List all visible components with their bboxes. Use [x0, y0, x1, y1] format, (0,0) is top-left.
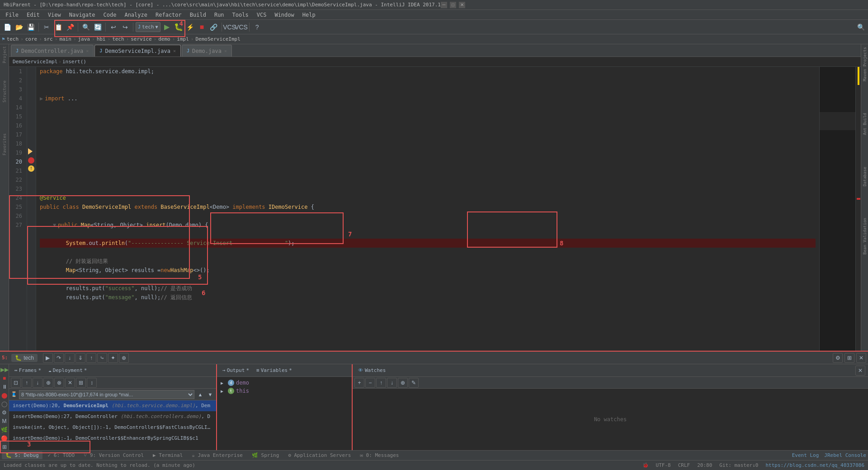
bottom-tab-todo[interactable]: ✓ 6: TODO — [44, 451, 79, 459]
replace-btn[interactable]: 🔄 — [92, 22, 103, 33]
status-blog[interactable]: https://blog.csdn.net/qq_40337086 — [765, 462, 864, 468]
bottom-tab-debug[interactable]: 🐛 5: Debug — [2, 451, 42, 459]
ant-label[interactable]: Ant Build — [863, 113, 867, 135]
watches-up-btn[interactable]: ↑ — [376, 378, 386, 388]
frame-item-1[interactable]: insertDemo(Demo):27, DemoController (hbi… — [9, 411, 216, 422]
var-this[interactable]: ▶ t this — [219, 387, 350, 395]
event-log-link[interactable]: Event Log — [792, 452, 819, 458]
find-btn[interactable]: 🔍 — [80, 22, 91, 33]
frames-tb6[interactable]: ✕ — [65, 378, 75, 388]
tab-demoServiceImpl-close[interactable]: ✕ — [173, 48, 176, 53]
jrebel-link[interactable]: JRebel Console — [824, 452, 866, 458]
variables-tab[interactable]: ≡ Variables * — [254, 367, 295, 374]
bottom-tab-vcs[interactable]: ⑂ 9: Version Control — [80, 451, 147, 459]
minimize-button[interactable]: ─ — [441, 2, 447, 8]
open-btn[interactable]: 📂 — [14, 22, 24, 33]
stop-btn[interactable]: ■ — [197, 22, 208, 33]
extra3-btn[interactable]: ⊞ — [0, 443, 9, 450]
menu-help[interactable]: Help — [299, 11, 319, 19]
scrollbar[interactable] — [855, 67, 861, 351]
nav-service[interactable]: service — [131, 36, 151, 42]
tab-demoController[interactable]: J DemoController.java ✕ — [11, 45, 94, 56]
frames-tb3[interactable]: ↓ — [33, 378, 42, 388]
run-btn[interactable]: ▶ — [161, 22, 172, 33]
nav-demo[interactable]: demo — [158, 36, 170, 42]
watches-tab[interactable]: 👁 Watches — [355, 367, 388, 374]
view-breakpoints-btn[interactable]: ⬤ — [0, 392, 9, 399]
run-cursor-btn[interactable]: ⤷ — [97, 353, 107, 363]
watches-close-btn[interactable]: ✕ — [855, 366, 865, 376]
var-expand-demo[interactable]: ▶ — [221, 381, 226, 385]
tab-demoController-close[interactable]: ✕ — [86, 48, 89, 53]
settings-btn[interactable]: ⚙ — [833, 353, 843, 363]
menu-view[interactable]: View — [44, 11, 65, 19]
code-editor[interactable]: 1 2 3 4 14 15 16 17 18 19 20 21 22 23 24… — [9, 67, 861, 351]
watches-remove-btn[interactable]: − — [365, 378, 375, 388]
menu-vcs[interactable]: VCS — [253, 11, 270, 19]
project-icon[interactable]: Project — [2, 46, 7, 63]
nav-main[interactable]: main — [59, 36, 71, 42]
menu-window[interactable]: Window — [271, 11, 297, 19]
stop-debug-btn[interactable]: ■ — [0, 375, 9, 381]
debug-btn[interactable]: 🐛 — [173, 22, 184, 33]
force-step-btn[interactable]: ⇓ — [75, 353, 85, 363]
watches-down-btn[interactable]: ↓ — [387, 378, 397, 388]
alt-btn[interactable]: ⊕ — [119, 353, 129, 363]
thread-dropdown[interactable]: 8 *http-nio-8080-exec-10*@17,674 in grou… — [19, 390, 194, 399]
thread-up-btn[interactable]: ▲ — [196, 390, 204, 399]
extra2-btn[interactable]: 🔴 — [0, 435, 9, 442]
step-out-btn[interactable]: ↑ — [86, 353, 96, 363]
debug-tab-btn[interactable]: 🐛 tech — [11, 354, 38, 362]
bottom-tab-appservers[interactable]: ⚙ Application Servers — [284, 451, 354, 459]
settings2-btn[interactable]: ⚙ — [0, 409, 9, 416]
redo-btn[interactable]: ↪ — [120, 22, 131, 33]
tab-demo[interactable]: J Demo.java ✕ — [182, 45, 232, 56]
status-encoding[interactable]: UTF-8 — [656, 462, 671, 468]
frames-tb7[interactable]: ⊞ — [76, 378, 86, 388]
attach-btn[interactable]: 🔗 — [208, 22, 219, 33]
menu-analyze[interactable]: Analyze — [121, 11, 151, 19]
tab-demo-close[interactable]: ✕ — [224, 48, 227, 53]
nav-hbi[interactable]: hbi — [97, 36, 106, 42]
bottom-tab-spring[interactable]: 🌿 Spring — [248, 451, 283, 459]
close-debug-btn[interactable]: ✕ — [856, 353, 866, 363]
thread-down-btn[interactable]: ▼ — [206, 390, 214, 399]
frames-tb2[interactable]: ↑ — [22, 378, 32, 388]
nav-tech[interactable]: tech — [7, 36, 19, 42]
cut-btn[interactable]: ✂ — [41, 22, 52, 33]
structure-icon[interactable]: Structure — [2, 80, 7, 103]
database-label[interactable]: Database — [863, 167, 867, 186]
watches-edit-btn[interactable]: ✎ — [409, 378, 419, 388]
tab-demoServiceImpl[interactable]: J DemoServiceImpl.java ✕ — [94, 45, 181, 56]
resume-btn[interactable]: ▶ — [43, 353, 53, 363]
status-linesep[interactable]: CRLF — [678, 462, 690, 468]
frame-item-0[interactable]: insert(Demo):20, DemoServiceImpl (hbi.te… — [9, 400, 216, 411]
frames-tb4[interactable]: ⊕ — [43, 378, 53, 388]
nav-core[interactable]: core — [25, 36, 38, 42]
undo-btn[interactable]: ↩ — [108, 22, 119, 33]
menu-run[interactable]: Run — [211, 11, 228, 19]
deployment-tab[interactable]: ☁ Deployment * — [46, 367, 90, 374]
menu-edit[interactable]: Edit — [23, 11, 43, 19]
restore-btn[interactable]: ⊞ — [844, 353, 854, 363]
paste-btn[interactable]: 📌 — [65, 22, 75, 33]
menu-refactor[interactable]: Refactor — [152, 11, 185, 19]
step-over-btn[interactable]: ↷ — [54, 353, 64, 363]
watches-copy-btn[interactable]: ⊕ — [398, 378, 408, 388]
frames-tb1[interactable]: ⊡ — [11, 378, 21, 388]
pause-btn[interactable]: ⏸ — [0, 383, 9, 390]
vcs1-btn[interactable]: VCS — [224, 22, 235, 33]
maven-label[interactable]: Maven Projects — [863, 47, 867, 81]
bottom-tab-messages[interactable]: ✉ 0: Messages — [356, 451, 402, 459]
search-everywhere-btn[interactable]: 🔍 — [855, 22, 866, 33]
save-all-btn[interactable]: 💾 — [25, 22, 36, 33]
copy-btn[interactable]: 📋 — [53, 22, 64, 33]
new-project-btn[interactable]: 📄 — [2, 22, 13, 33]
nav-src[interactable]: src — [44, 36, 53, 42]
vcs2-btn[interactable]: VCS — [236, 22, 247, 33]
var-expand-this[interactable]: ▶ — [221, 389, 226, 394]
nav-tech2[interactable]: tech — [112, 36, 124, 42]
close-button[interactable]: ✕ — [459, 2, 465, 8]
status-git[interactable]: Git: master↓0 — [719, 462, 758, 468]
menu-file[interactable]: File — [2, 11, 22, 19]
